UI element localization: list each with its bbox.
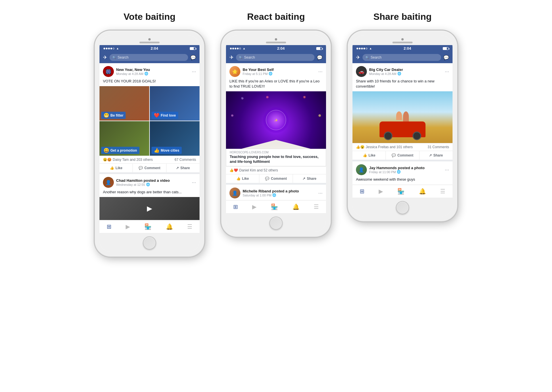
- nav-menu-2[interactable]: ☰: [314, 203, 319, 210]
- star-2: ♓: [266, 96, 269, 99]
- vote-cell-3[interactable]: 😄 Get a promotion: [99, 121, 149, 156]
- second-post-options-2[interactable]: ···: [318, 190, 323, 196]
- battery-fill-2: [317, 47, 320, 50]
- post-card-3: 🚗 Big City Car Dealer Monday at 4:28 AM …: [352, 63, 453, 160]
- nav-menu-1[interactable]: ☰: [187, 223, 192, 230]
- phone-top-bar: [99, 35, 200, 45]
- nav-notifications-1[interactable]: 🔔: [166, 223, 173, 230]
- post-meta-3: Big City Car Dealer Monday at 4:28 AM 🌐: [369, 67, 442, 76]
- signal-dot-2-1: [230, 48, 232, 49]
- vote-emoji-2: ❤️: [154, 113, 160, 118]
- bottom-nav-3: ⊞ ▶ 🏪 🔔 ☰: [352, 185, 453, 198]
- share-button-2[interactable]: ↗ Share: [293, 174, 326, 183]
- nav-marketplace-3[interactable]: 🏪: [397, 188, 405, 195]
- post-avatar-2: 🌟: [229, 66, 240, 77]
- reactions-bar-3: 👍😮 Jessica Freitas and 101 others 31 Com…: [352, 143, 453, 151]
- second-post-options-3[interactable]: ···: [445, 167, 449, 173]
- nav-home-3[interactable]: ⊞: [360, 188, 365, 195]
- share-button-3[interactable]: ↗ Share: [419, 151, 453, 160]
- second-post-options-1[interactable]: ···: [192, 179, 196, 186]
- phones-row: Vote baiting: [6, 11, 546, 256]
- search-bar-3[interactable]: 🔍 Search: [363, 54, 441, 61]
- post-name-2[interactable]: Be Your Best Self: [243, 67, 316, 72]
- like-button-2[interactable]: 👍 Like: [226, 174, 259, 183]
- status-right: [190, 47, 195, 50]
- speaker-bar: [139, 42, 160, 43]
- nav-home-1[interactable]: ⊞: [107, 223, 112, 230]
- signal-dot-5: [113, 48, 114, 49]
- search-placeholder-3: Search: [371, 55, 382, 59]
- vote-cell-4[interactable]: 👍 Move cities: [150, 121, 200, 156]
- nav-marketplace-2[interactable]: 🏪: [271, 203, 278, 210]
- phone-shell-share: ▲ 2:04 ✈ 🔍 Search 💬: [348, 31, 457, 221]
- vote-emoji-3: 😄: [103, 148, 109, 153]
- nav-home-2[interactable]: ⊞: [233, 203, 238, 210]
- second-post-text-1: Another reason why dogs are better than …: [99, 190, 200, 197]
- feed-2: 🌟 Be Your Best Self Friday at 5:11 PM 🌐 …: [226, 63, 326, 200]
- phone-inner-react: ▲ 2:04 ✈ 🔍 Search 💬: [226, 35, 326, 232]
- car-scene: [379, 111, 425, 137]
- camera-dot: [148, 38, 151, 40]
- phone-shell-vote: ▲ 2:04 ✈ 🔍 Search 💬: [95, 31, 204, 256]
- action-buttons-3: 👍 Like 💬 Comment ↗ Share: [352, 151, 453, 160]
- nav-video-1[interactable]: ▶: [126, 223, 130, 230]
- vote-cell-2[interactable]: ❤️ Find love: [150, 86, 200, 121]
- comment-button-2[interactable]: 💬 Comment: [259, 174, 293, 183]
- link-title[interactable]: Teaching young people how to find love, …: [226, 155, 326, 166]
- camera-dot-3: [401, 38, 404, 40]
- like-button-1[interactable]: 👍 Like: [99, 164, 133, 172]
- comment-button-3[interactable]: 💬 Comment: [386, 151, 419, 160]
- post-name-3[interactable]: Big City Car Dealer: [369, 67, 442, 72]
- wifi-icon-2: ▲: [243, 47, 246, 50]
- nav-notifications-3[interactable]: 🔔: [419, 188, 426, 195]
- signal-dot-2: [106, 48, 108, 49]
- nav-marketplace-1[interactable]: 🏪: [144, 223, 152, 230]
- search-bar-1[interactable]: 🔍 Search: [110, 54, 188, 61]
- second-post-time-2: Saturday at 1:00 PM 🌐: [243, 193, 316, 197]
- post-name-1[interactable]: New Year, New You: [116, 67, 189, 72]
- status-bar-1: ▲ 2:04: [99, 45, 200, 52]
- section-title-share: Share baiting: [373, 11, 432, 22]
- signal-dot-4: [110, 48, 112, 49]
- battery-icon: [190, 47, 195, 50]
- messenger-icon-3: 💬: [443, 55, 449, 60]
- search-icon-1: 🔍: [112, 56, 116, 59]
- vote-grid: 😬 Be fitter ❤️ Find love: [99, 86, 200, 156]
- status-left-3: ▲: [356, 47, 372, 50]
- vote-cell-1[interactable]: 😬 Be fitter: [99, 86, 149, 121]
- home-button-2[interactable]: [269, 217, 283, 230]
- feed-1: 🎆 New Year, New You Monday at 4:28 AM 🌐 …: [99, 63, 200, 220]
- nav-video-3[interactable]: ▶: [379, 188, 383, 195]
- second-post-meta-1: Chad Hamilton posted a video Wednesday a…: [116, 178, 189, 186]
- nav-video-2[interactable]: ▶: [252, 203, 256, 210]
- home-button-1[interactable]: [143, 236, 156, 250]
- star-3: ♈: [303, 96, 306, 99]
- post-avatar-3: 🚗: [356, 66, 367, 77]
- status-left-2: ▲: [230, 47, 246, 50]
- second-post-1: 👤 Chad Hamilton posted a video Wednesday…: [99, 174, 200, 220]
- post-options-1[interactable]: ···: [192, 69, 196, 75]
- second-post-time-1: Wednesday at 12:55 🌐: [116, 183, 189, 186]
- post-options-2[interactable]: ···: [318, 69, 323, 75]
- nav-menu-3[interactable]: ☰: [440, 188, 445, 195]
- signal-dot-2-3: [235, 48, 236, 49]
- post-meta-2: Be Your Best Self Friday at 5:11 PM 🌐: [243, 67, 316, 76]
- post-time-3: Monday at 4:28 AM 🌐: [369, 72, 442, 76]
- share-button-1[interactable]: ↗ Share: [166, 164, 200, 172]
- reaction-counts-1: 😮😡 Daisy Tam and 203 others: [103, 158, 153, 162]
- vote-label-3: 😄 Get a promotion: [101, 147, 139, 154]
- search-bar-2[interactable]: 🔍 Search: [236, 54, 315, 61]
- video-thumbnail-1[interactable]: ▶: [99, 197, 200, 220]
- signal-dot-3: [108, 48, 110, 49]
- home-button-3[interactable]: [396, 201, 409, 214]
- star-5: ♌: [318, 114, 321, 117]
- fb-navbar-2: ✈ 🔍 Search 💬: [226, 52, 326, 63]
- star-1: ♑: [241, 97, 244, 100]
- nav-notifications-2[interactable]: 🔔: [292, 203, 300, 210]
- post-meta-1: New Year, New You Monday at 4:28 AM 🌐: [116, 67, 189, 76]
- people-on-car: [396, 111, 409, 121]
- comment-button-1[interactable]: 💬 Comment: [133, 164, 166, 172]
- status-bar-3: ▲ 2:04: [352, 45, 453, 52]
- post-options-3[interactable]: ···: [445, 69, 449, 75]
- like-button-3[interactable]: 👍 Like: [352, 151, 386, 160]
